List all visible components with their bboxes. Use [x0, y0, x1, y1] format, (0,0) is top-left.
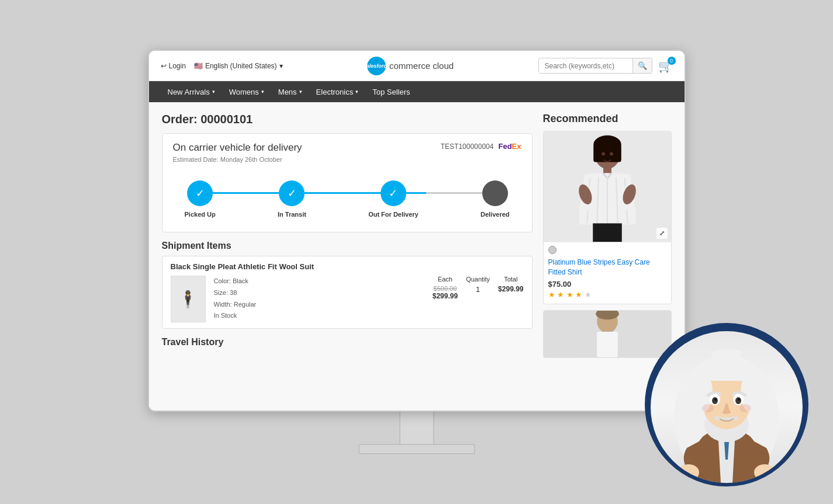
each-label: Each: [433, 276, 458, 283]
nav-womens[interactable]: Womens ▾: [222, 81, 271, 102]
svg-point-28: [714, 398, 717, 401]
star-5: ★: [585, 290, 592, 299]
price-original: $500.00: [433, 285, 458, 292]
logo-area: salesforce commerce cloud: [367, 57, 454, 75]
item-color: Color: Black: [214, 276, 424, 287]
step-delivered: Delivered: [481, 180, 510, 218]
price-current: $299.99: [433, 292, 458, 300]
product-name-link-0[interactable]: Platinum Blue Stripes Easy Care Fitted S…: [548, 258, 666, 277]
item-pricing: Each $500.00 $299.99: [433, 276, 458, 300]
order-section: Order: 00000101 On carrier vehicle for d…: [162, 113, 533, 400]
qty-label: Quantity: [466, 276, 490, 283]
step-label-0: Picked Up: [185, 211, 216, 218]
product-card-0: ⤢ Platinum Blue Stripes Easy Care Fitted…: [543, 131, 672, 304]
monitor-frame: ↩ Login 🇺🇸 English (United States) ▾ sal…: [148, 50, 686, 412]
einstein-character: [656, 343, 797, 483]
recommended-title: Recommended: [543, 113, 672, 125]
search-button[interactable]: 🔍: [632, 58, 652, 73]
nav-top-sellers[interactable]: Top Sellers: [365, 81, 417, 102]
svg-point-29: [738, 398, 740, 401]
nav-mens[interactable]: Mens ▾: [271, 81, 309, 102]
step-circle-3: [482, 180, 508, 206]
cart-badge: 0: [668, 57, 676, 65]
order-title: Order: 00000101: [162, 113, 533, 126]
cart-icon-wrap[interactable]: 🛒 0: [658, 59, 673, 73]
star-2: ★: [557, 290, 564, 299]
step-label-3: Delivered: [481, 211, 510, 218]
product-price-0: $75.00: [548, 280, 666, 289]
search-input[interactable]: [539, 59, 632, 73]
svg-point-27: [735, 397, 741, 404]
salesforce-logo: salesforce: [367, 57, 386, 75]
header-left: ↩ Login 🇺🇸 English (United States) ▾: [161, 62, 283, 70]
step-label-1: In Transit: [278, 211, 306, 218]
svg-point-30: [702, 404, 714, 412]
delivery-status: On carrier vehicle for delivery: [173, 142, 302, 154]
login-link[interactable]: ↩ Login: [161, 62, 186, 70]
step-label-2: Out For Delivery: [368, 211, 419, 218]
nav-arrow-0: ▾: [212, 89, 215, 95]
star-4: ★: [575, 290, 582, 299]
site-header: ↩ Login 🇺🇸 English (United States) ▾ sal…: [149, 51, 685, 81]
total-label: Total: [498, 276, 523, 283]
svg-point-31: [739, 404, 751, 412]
product-image-0: ⤢: [544, 131, 671, 242]
monitor-stand-base: [358, 444, 475, 454]
total-value: $299.99: [498, 285, 523, 293]
step-picked-up: ✓ Picked Up: [185, 180, 216, 218]
nav-arrow-3: ▾: [355, 89, 358, 95]
item-name: Black Single Pleat Athletic Fit Wool Sui…: [171, 262, 524, 271]
step-circle-0: ✓: [187, 180, 213, 206]
commerce-cloud-text: commerce cloud: [389, 61, 454, 71]
order-card: On carrier vehicle for delivery TEST1000…: [162, 133, 533, 232]
nav-arrow-2: ▾: [299, 89, 302, 95]
step-circle-2: ✓: [381, 180, 406, 206]
fedex-logo: FedEx: [498, 142, 521, 151]
item-qty: Quantity 1: [466, 276, 490, 294]
tracking-info: TEST100000004 FedEx: [441, 142, 521, 151]
nav-electronics[interactable]: Electronics ▾: [309, 81, 366, 102]
item-availability: In Stock: [214, 310, 424, 322]
product-info-0: Platinum Blue Stripes Easy Care Fitted S…: [544, 255, 671, 304]
tracking-number: TEST100000004: [441, 142, 494, 151]
lang-dropdown-arrow: ▾: [279, 62, 283, 70]
svg-rect-17: [597, 332, 618, 357]
shipment-items-title: Shipment Items: [162, 241, 533, 251]
svg-rect-3: [593, 145, 621, 162]
qty-value: 1: [466, 285, 490, 294]
item-total: Total $299.99: [498, 276, 523, 293]
einstein-overlay: [645, 323, 808, 486]
main-content: Order: 00000101 On carrier vehicle for d…: [149, 102, 685, 411]
star-3: ★: [566, 290, 573, 299]
item-meta: Color: Black Size: 38 Width: Regular In …: [214, 276, 424, 322]
language-selector[interactable]: 🇺🇸 English (United States) ▾: [194, 62, 283, 70]
search-box: 🔍: [538, 58, 652, 74]
flag-icon: 🇺🇸: [194, 62, 203, 70]
screen: ↩ Login 🇺🇸 English (United States) ▾ sal…: [149, 51, 685, 411]
svg-point-14: [609, 152, 613, 156]
svg-point-13: [602, 152, 605, 156]
einstein-circle: [645, 323, 808, 486]
svg-point-26: [712, 397, 718, 404]
svg-rect-12: [593, 223, 622, 242]
color-swatch-0[interactable]: [548, 246, 557, 254]
progress-tracker: ✓ Picked Up ✓ In Transit ✓ Out For Deliv…: [173, 175, 521, 224]
step-circle-1: ✓: [279, 180, 305, 206]
monitor-stand-neck: [399, 412, 434, 444]
star-1: ★: [548, 290, 555, 299]
estimated-date: Estimated Date: Monday 26th October: [173, 156, 521, 163]
svg-point-32: [678, 464, 699, 481]
shipment-item-card: Black Single Pleat Athletic Fit Wool Sui…: [162, 256, 533, 329]
travel-history-title: Travel History: [162, 337, 533, 347]
delivery-header: On carrier vehicle for delivery TEST1000…: [173, 142, 521, 154]
item-width: Width: Regular: [214, 299, 424, 311]
login-icon: ↩: [161, 62, 167, 70]
step-out-for-delivery: ✓ Out For Delivery: [368, 180, 419, 218]
svg-point-33: [754, 464, 775, 481]
product-stars-0: ★ ★ ★ ★ ★: [548, 290, 666, 299]
header-right: 🔍 🛒 0: [538, 58, 673, 74]
expand-button-0[interactable]: ⤢: [656, 228, 668, 239]
item-details-row: 🕴 Color: Black Size: 38 Width: Regular I…: [171, 276, 524, 322]
nav-new-arrivals[interactable]: New Arrivals ▾: [161, 81, 222, 102]
item-size: Size: 38: [214, 287, 424, 299]
